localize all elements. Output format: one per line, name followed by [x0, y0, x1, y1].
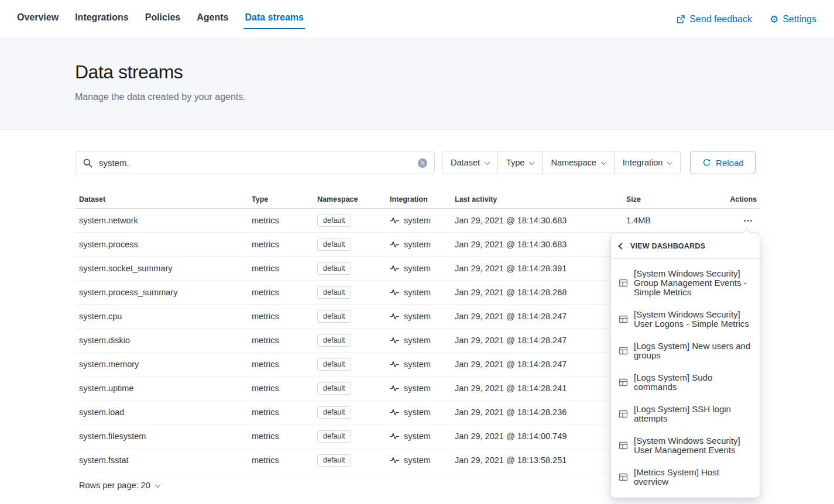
tab-data-streams[interactable]: Data streams [243, 10, 305, 29]
dashboard-link-label: [Logs System] SSH login attempts [634, 405, 751, 423]
pulse-icon [390, 431, 399, 441]
refresh-icon [702, 158, 711, 167]
dashboard-link[interactable]: [Logs System] Sudo commands [611, 367, 760, 398]
popout-icon [676, 15, 685, 24]
filter-integration[interactable]: Integration [615, 151, 681, 174]
last-activity-cell: Jan 29, 2021 @ 18:14:28.247 [451, 312, 622, 321]
rows-per-page-label: Rows per page: 20 [79, 481, 150, 490]
search-box [75, 151, 435, 174]
namespace-cell: default [313, 286, 386, 299]
dataset-cell: system.cpu [75, 312, 248, 321]
integration-cell: system [386, 336, 451, 345]
tab-agents[interactable]: Agents [195, 10, 229, 29]
dashboard-link-label: [Logs System] New users and groups [634, 341, 751, 360]
type-cell: metrics [248, 336, 313, 345]
type-cell: metrics [248, 240, 313, 249]
chevron-down-icon [600, 159, 606, 165]
last-activity-cell: Jan 29, 2021 @ 18:14:28.241 [451, 384, 622, 393]
tab-integrations[interactable]: Integrations [74, 10, 130, 29]
integration-cell: system [386, 288, 451, 297]
filter-type-label: Type [506, 158, 524, 167]
clear-icon[interactable] [418, 158, 427, 168]
filter-namespace-label: Namespace [551, 158, 596, 167]
dashboard-icon [619, 472, 628, 482]
dashboard-link-label: [System Windows Security] User Managemen… [634, 436, 751, 455]
nav-actions: Send feedback ⚙ Settings [676, 14, 816, 25]
view-dashboards-popup: VIEW DASHBOARDS [System Windows Security… [610, 233, 760, 498]
reload-button[interactable]: Reload [690, 151, 756, 174]
namespace-badge: default [317, 454, 351, 467]
dashboard-link-label: [Logs System] Sudo commands [634, 373, 751, 392]
magnifier-icon [83, 158, 93, 171]
namespace-badge: default [317, 215, 351, 227]
dashboard-link[interactable]: [System Windows Security] User Logons - … [611, 303, 760, 335]
dashboard-link[interactable]: [Metrics System] Host overview [611, 461, 760, 493]
dashboard-link[interactable]: [Logs System] New users and groups [611, 335, 760, 367]
namespace-cell: default [313, 215, 386, 227]
type-cell: metrics [248, 360, 313, 369]
namespace-badge: default [317, 358, 351, 371]
dashboard-icon [619, 378, 628, 387]
search-input[interactable] [99, 158, 413, 168]
pulse-icon [390, 288, 399, 297]
last-activity-cell: Jan 29, 2021 @ 18:14:28.247 [451, 336, 622, 345]
dashboard-list: [System Windows Security] Group Manageme… [611, 259, 760, 498]
dashboard-link[interactable]: [System Windows Security] Group Manageme… [611, 263, 760, 303]
dataset-cell: system.memory [75, 360, 248, 369]
integration-name: system [404, 264, 431, 273]
integration-name: system [404, 312, 431, 321]
dataset-cell: system.filesystem [75, 431, 248, 441]
integration-cell: system [386, 264, 451, 273]
last-activity-cell: Jan 29, 2021 @ 18:14:28.391 [451, 264, 622, 273]
table-row: system.networkmetricsdefaultsystemJan 29… [75, 209, 759, 233]
integration-name: system [404, 431, 431, 441]
page-subtitle: Manage the data created by your agents. [75, 92, 759, 102]
dashboard-link[interactable]: [Logs System] SSH login attempts [611, 398, 760, 430]
dashboard-link-label: [System Windows Security] User Logons - … [634, 310, 751, 329]
integration-cell: system [386, 384, 451, 393]
tab-overview[interactable]: Overview [16, 10, 60, 29]
column-header-type: Type [248, 195, 313, 203]
send-feedback-link[interactable]: Send feedback [676, 14, 752, 25]
namespace-cell: default [313, 382, 386, 395]
column-header-actions: Actions [723, 195, 758, 203]
filter-type[interactable]: Type [498, 151, 543, 174]
column-header-last-activity: Last activity [451, 195, 622, 203]
column-header-integration: Integration [386, 195, 451, 203]
send-feedback-label: Send feedback [689, 14, 752, 25]
filter-dataset-label: Dataset [451, 158, 480, 167]
rows-per-page-button[interactable]: Rows per page: 20 [79, 481, 160, 490]
pulse-icon [390, 336, 399, 345]
filter-dataset[interactable]: Dataset [442, 151, 498, 174]
namespace-cell: default [313, 454, 386, 467]
integration-cell: system [386, 240, 451, 249]
tab-policies[interactable]: Policies [144, 10, 181, 29]
dashboard-icon [619, 441, 628, 450]
namespace-cell: default [313, 239, 386, 251]
namespace-cell: default [313, 334, 386, 347]
settings-link[interactable]: ⚙ Settings [770, 14, 816, 25]
chevron-down-icon [485, 159, 490, 165]
dashboard-icon [619, 346, 628, 355]
last-activity-cell: Jan 29, 2021 @ 18:13:58.251 [451, 455, 622, 465]
last-activity-cell: Jan 29, 2021 @ 18:14:28.268 [451, 288, 622, 297]
namespace-badge: default [317, 382, 351, 395]
pulse-icon [390, 264, 399, 273]
namespace-cell: default [313, 310, 386, 323]
last-activity-cell: Jan 29, 2021 @ 18:14:28.236 [451, 408, 622, 417]
chevron-down-icon [155, 482, 160, 488]
pulse-icon [390, 408, 399, 417]
filter-namespace[interactable]: Namespace [543, 151, 614, 174]
dataset-cell: system.load [75, 408, 248, 417]
type-cell: metrics [248, 384, 313, 393]
dashboard-link[interactable]: [System Windows Security] User Managemen… [611, 430, 760, 461]
popup-back-header[interactable]: VIEW DASHBOARDS [611, 233, 760, 259]
actions-cell [723, 216, 758, 225]
dataset-cell: system.socket_summary [75, 264, 248, 273]
row-actions-button[interactable] [742, 216, 754, 225]
pulse-icon [390, 360, 399, 369]
page-title: Data streams [75, 61, 759, 83]
chevron-down-icon [667, 159, 673, 165]
page-header: Data streams Manage the data created by … [0, 39, 834, 130]
pulse-icon [390, 216, 399, 225]
